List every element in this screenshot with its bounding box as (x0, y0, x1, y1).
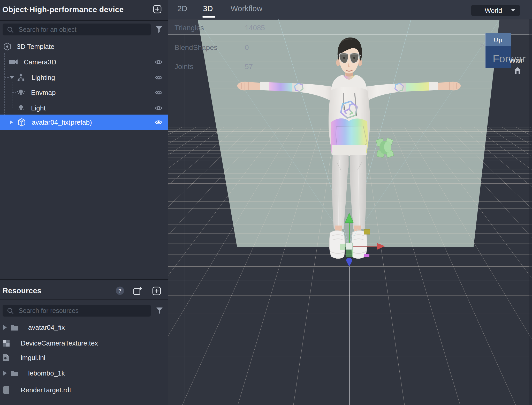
viewport: 2D 3D Workflow Triangles14085 BlendShape… (168, 0, 532, 405)
folder-icon (10, 324, 19, 331)
avatar-right-cuff (406, 82, 429, 92)
expand-arrow-icon[interactable] (3, 371, 7, 376)
resource-item-lebombo-1k[interactable]: lebombo_1k (0, 368, 168, 379)
stat-value: 14085 (245, 24, 265, 32)
folder-icon (10, 370, 19, 377)
help-icon[interactable]: ? (116, 287, 124, 295)
prefab-cube-icon (18, 118, 26, 127)
stat-label: BlendShapes (174, 43, 218, 51)
divider (0, 20, 168, 21)
object-filter-icon[interactable] (155, 26, 163, 33)
nav-up-button[interactable]: Up (485, 33, 511, 46)
file-icon (3, 386, 9, 394)
stat-label: Joints (174, 63, 193, 71)
visibility-eye-icon[interactable] (155, 90, 163, 96)
resource-item-devicecameratexture[interactable]: DeviceCameraTexture.tex (0, 338, 168, 349)
avatar-right-wristband (429, 82, 438, 91)
active-tab-underline (202, 16, 215, 18)
expand-arrow-icon[interactable] (10, 120, 13, 124)
resource-item-imgui-ini[interactable]: imgui.ini (0, 352, 168, 363)
tree-item-3d-template[interactable]: 3D Template (0, 39, 168, 54)
lighting-node-icon (17, 73, 25, 82)
tree-item-camera3d[interactable]: Camera3D (0, 54, 168, 70)
gizmo-plane-handle-magenta[interactable] (364, 254, 369, 257)
avatar-left-cuff (269, 82, 292, 92)
object-search (3, 24, 151, 35)
object-search-input[interactable] (19, 24, 148, 35)
avatar-left-wristband (260, 82, 269, 91)
resource-search-input[interactable] (19, 305, 148, 317)
object-panel-title: Object·High-performance device (2, 5, 124, 14)
tree-item-avatar04-fix-prefab[interactable]: avatar04_fix(prefab) (0, 115, 168, 130)
scene-hexagon-icon (3, 42, 11, 51)
stat-label: Triangles (174, 24, 204, 32)
search-icon (7, 307, 14, 314)
tree-item-lighting[interactable]: Lighting (0, 70, 168, 85)
tab-3d[interactable]: 3D (203, 4, 213, 13)
tab-workflow[interactable]: Workflow (231, 4, 262, 13)
nav-x-axis-icon[interactable]: > (480, 41, 484, 50)
texture-icon (3, 340, 10, 347)
resource-search (3, 305, 151, 317)
gizmo-plane-handle-yellow[interactable] (364, 229, 370, 234)
resource-filter-icon[interactable] (156, 307, 163, 314)
resource-item-rendertarget[interactable]: RenderTarget.rdt (0, 384, 168, 396)
light-bulb-icon (17, 88, 25, 97)
expand-arrow-icon[interactable] (3, 325, 7, 330)
resources-title: Resources (3, 287, 41, 295)
camera-icon (9, 58, 18, 66)
collapse-arrow-icon[interactable] (10, 76, 14, 79)
import-resource-button[interactable] (133, 286, 142, 297)
file-icon (3, 354, 9, 362)
stat-value: 57 (245, 63, 253, 71)
visibility-eye-icon[interactable] (155, 75, 163, 81)
home-view-icon[interactable] (513, 67, 522, 74)
hoodie-hem (332, 145, 367, 156)
light-bulb-icon (17, 104, 25, 112)
visibility-eye-icon[interactable] (155, 59, 163, 65)
visibility-eye-icon[interactable] (155, 119, 163, 125)
divider (0, 299, 168, 300)
object-panel: Object·High-performance device 3D Templa… (0, 0, 168, 405)
divider (0, 279, 168, 280)
add-object-button[interactable] (153, 5, 162, 14)
visibility-eye-icon[interactable] (155, 105, 163, 111)
resource-item-avatar04-fix[interactable]: avatar04_fix (0, 322, 168, 333)
view-orientation-gizmo: > Up Forwar war (473, 31, 532, 78)
world-space-dropdown[interactable]: World (471, 5, 520, 16)
chevron-down-icon (511, 9, 515, 12)
tree-item-light[interactable]: Light (0, 100, 168, 116)
nav-overlap-label: war (509, 55, 523, 65)
world-dropdown-label: World (485, 7, 502, 15)
tab-2d[interactable]: 2D (177, 4, 187, 13)
stat-value: 0 (245, 43, 249, 52)
add-resource-button[interactable] (152, 287, 161, 296)
tree-item-envmap[interactable]: Envmap (0, 85, 168, 100)
gizmo-center-handle[interactable] (346, 243, 353, 250)
search-icon (7, 26, 14, 33)
